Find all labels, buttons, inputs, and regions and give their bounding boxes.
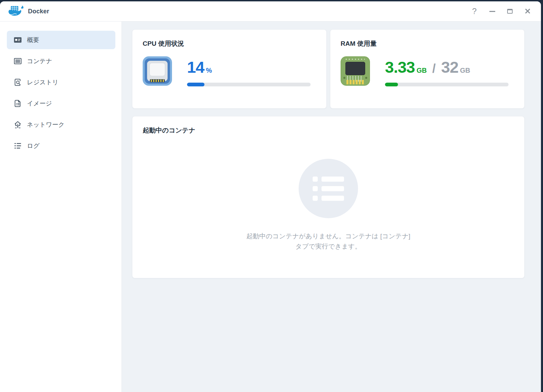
ram-usage-value: 3.33 GB / 32 GB bbox=[385, 58, 514, 78]
stats-row: CPU 使用状況 14 % bbox=[132, 29, 525, 109]
sidebar-item-logs[interactable]: ログ bbox=[7, 137, 115, 155]
registry-icon bbox=[14, 78, 22, 86]
docker-window: Docker ? 概要 bbox=[0, 1, 541, 392]
running-containers-card: 起動中のコンテナ 起動中のコンテナがありません。コンテナは [コンテナ] タブで… bbox=[132, 116, 525, 278]
sidebar-item-registry[interactable]: レジストリ bbox=[7, 73, 115, 92]
cpu-progress-bar bbox=[187, 83, 311, 86]
cpu-card: CPU 使用状況 14 % bbox=[132, 29, 327, 109]
overview-icon bbox=[14, 36, 22, 44]
sidebar-item-network[interactable]: ネットワーク bbox=[7, 115, 115, 134]
cpu-progress-fill bbox=[187, 83, 204, 86]
ram-card-title: RAM 使用量 bbox=[341, 39, 514, 48]
sidebar-item-images[interactable]: イメージ bbox=[7, 94, 115, 113]
docker-logo-icon bbox=[8, 5, 24, 17]
maximize-button[interactable] bbox=[506, 7, 514, 16]
minimize-icon bbox=[489, 11, 495, 12]
sidebar-item-label: レジストリ bbox=[27, 78, 58, 86]
help-icon: ? bbox=[472, 6, 476, 16]
close-icon bbox=[525, 9, 530, 14]
sidebar-item-label: 概要 bbox=[27, 36, 39, 44]
ram-progress-bar bbox=[385, 83, 509, 86]
empty-state: 起動中のコンテナがありません。コンテナは [コンテナ] タブで実行できます。 bbox=[143, 159, 514, 252]
running-containers-title: 起動中のコンテナ bbox=[143, 126, 514, 135]
help-button[interactable]: ? bbox=[471, 7, 478, 16]
ram-chip-icon bbox=[341, 56, 370, 86]
titlebar: Docker ? bbox=[0, 1, 541, 22]
container-icon bbox=[14, 57, 22, 65]
sidebar: 概要 コンテナ bbox=[0, 22, 122, 392]
image-icon bbox=[14, 99, 22, 108]
ram-card: RAM 使用量 3.33 bbox=[330, 29, 525, 109]
app-body: 概要 コンテナ bbox=[0, 22, 541, 392]
ram-progress-fill bbox=[385, 83, 398, 86]
empty-list-icon bbox=[299, 159, 358, 218]
cpu-usage-value: 14 % bbox=[187, 58, 316, 78]
sidebar-item-label: ログ bbox=[27, 142, 40, 150]
sidebar-item-label: コンテナ bbox=[27, 57, 52, 65]
app-title: Docker bbox=[28, 8, 49, 15]
sidebar-item-label: ネットワーク bbox=[27, 121, 65, 129]
main-content: CPU 使用状況 14 % bbox=[122, 22, 541, 392]
empty-message: 起動中のコンテナがありません。コンテナは [コンテナ] タブで実行できます。 bbox=[246, 231, 411, 252]
cpu-chip-icon bbox=[143, 56, 172, 86]
sidebar-item-overview[interactable]: 概要 bbox=[7, 31, 115, 49]
maximize-icon bbox=[507, 9, 513, 14]
window-controls: ? bbox=[471, 7, 531, 16]
close-button[interactable] bbox=[524, 7, 531, 16]
cpu-card-title: CPU 使用状況 bbox=[143, 39, 316, 48]
network-icon bbox=[14, 121, 22, 129]
sidebar-item-label: イメージ bbox=[27, 99, 52, 108]
log-icon bbox=[14, 142, 22, 150]
minimize-button[interactable] bbox=[488, 7, 496, 16]
sidebar-item-containers[interactable]: コンテナ bbox=[7, 52, 115, 70]
